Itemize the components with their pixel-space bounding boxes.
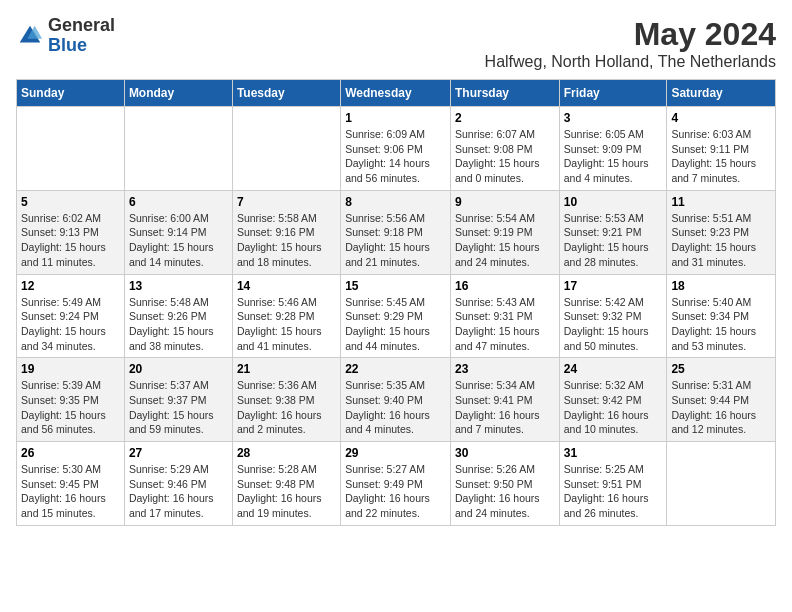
day-info: Sunrise: 5:43 AM Sunset: 9:31 PM Dayligh…: [455, 295, 555, 354]
day-info: Sunrise: 6:09 AM Sunset: 9:06 PM Dayligh…: [345, 127, 446, 186]
calendar-cell: 8Sunrise: 5:56 AM Sunset: 9:18 PM Daylig…: [341, 190, 451, 274]
day-number: 21: [237, 362, 336, 376]
day-info: Sunrise: 5:39 AM Sunset: 9:35 PM Dayligh…: [21, 378, 120, 437]
location-title: Halfweg, North Holland, The Netherlands: [485, 53, 776, 71]
calendar-cell: 29Sunrise: 5:27 AM Sunset: 9:49 PM Dayli…: [341, 442, 451, 526]
column-header-sunday: Sunday: [17, 80, 125, 107]
day-info: Sunrise: 5:30 AM Sunset: 9:45 PM Dayligh…: [21, 462, 120, 521]
calendar-cell: 16Sunrise: 5:43 AM Sunset: 9:31 PM Dayli…: [450, 274, 559, 358]
day-info: Sunrise: 5:26 AM Sunset: 9:50 PM Dayligh…: [455, 462, 555, 521]
calendar-cell: [232, 107, 340, 191]
calendar-week-row: 12Sunrise: 5:49 AM Sunset: 9:24 PM Dayli…: [17, 274, 776, 358]
day-info: Sunrise: 5:56 AM Sunset: 9:18 PM Dayligh…: [345, 211, 446, 270]
day-number: 6: [129, 195, 228, 209]
day-info: Sunrise: 5:32 AM Sunset: 9:42 PM Dayligh…: [564, 378, 663, 437]
logo-icon: [16, 22, 44, 50]
calendar-cell: 21Sunrise: 5:36 AM Sunset: 9:38 PM Dayli…: [232, 358, 340, 442]
day-info: Sunrise: 6:00 AM Sunset: 9:14 PM Dayligh…: [129, 211, 228, 270]
calendar-week-row: 19Sunrise: 5:39 AM Sunset: 9:35 PM Dayli…: [17, 358, 776, 442]
calendar-cell: [667, 442, 776, 526]
month-title: May 2024: [485, 16, 776, 53]
day-info: Sunrise: 5:40 AM Sunset: 9:34 PM Dayligh…: [671, 295, 771, 354]
day-info: Sunrise: 5:25 AM Sunset: 9:51 PM Dayligh…: [564, 462, 663, 521]
day-number: 23: [455, 362, 555, 376]
day-info: Sunrise: 5:29 AM Sunset: 9:46 PM Dayligh…: [129, 462, 228, 521]
calendar-cell: 5Sunrise: 6:02 AM Sunset: 9:13 PM Daylig…: [17, 190, 125, 274]
calendar-cell: 10Sunrise: 5:53 AM Sunset: 9:21 PM Dayli…: [559, 190, 667, 274]
day-number: 29: [345, 446, 446, 460]
day-number: 5: [21, 195, 120, 209]
column-header-saturday: Saturday: [667, 80, 776, 107]
day-number: 19: [21, 362, 120, 376]
calendar-cell: 31Sunrise: 5:25 AM Sunset: 9:51 PM Dayli…: [559, 442, 667, 526]
calendar-cell: 14Sunrise: 5:46 AM Sunset: 9:28 PM Dayli…: [232, 274, 340, 358]
day-number: 14: [237, 279, 336, 293]
calendar-cell: 11Sunrise: 5:51 AM Sunset: 9:23 PM Dayli…: [667, 190, 776, 274]
day-number: 28: [237, 446, 336, 460]
calendar-cell: 15Sunrise: 5:45 AM Sunset: 9:29 PM Dayli…: [341, 274, 451, 358]
day-info: Sunrise: 5:45 AM Sunset: 9:29 PM Dayligh…: [345, 295, 446, 354]
calendar-cell: [124, 107, 232, 191]
calendar-cell: 26Sunrise: 5:30 AM Sunset: 9:45 PM Dayli…: [17, 442, 125, 526]
day-number: 13: [129, 279, 228, 293]
day-number: 31: [564, 446, 663, 460]
day-number: 25: [671, 362, 771, 376]
calendar-cell: 27Sunrise: 5:29 AM Sunset: 9:46 PM Dayli…: [124, 442, 232, 526]
column-header-monday: Monday: [124, 80, 232, 107]
day-info: Sunrise: 6:05 AM Sunset: 9:09 PM Dayligh…: [564, 127, 663, 186]
calendar-cell: 19Sunrise: 5:39 AM Sunset: 9:35 PM Dayli…: [17, 358, 125, 442]
day-info: Sunrise: 5:34 AM Sunset: 9:41 PM Dayligh…: [455, 378, 555, 437]
day-number: 12: [21, 279, 120, 293]
calendar-cell: 1Sunrise: 6:09 AM Sunset: 9:06 PM Daylig…: [341, 107, 451, 191]
logo-general-text: General: [48, 15, 115, 35]
calendar-cell: 17Sunrise: 5:42 AM Sunset: 9:32 PM Dayli…: [559, 274, 667, 358]
day-number: 27: [129, 446, 228, 460]
calendar-cell: 20Sunrise: 5:37 AM Sunset: 9:37 PM Dayli…: [124, 358, 232, 442]
day-number: 8: [345, 195, 446, 209]
day-info: Sunrise: 5:48 AM Sunset: 9:26 PM Dayligh…: [129, 295, 228, 354]
title-block: May 2024 Halfweg, North Holland, The Net…: [485, 16, 776, 71]
day-info: Sunrise: 5:53 AM Sunset: 9:21 PM Dayligh…: [564, 211, 663, 270]
day-number: 20: [129, 362, 228, 376]
calendar-header-row: SundayMondayTuesdayWednesdayThursdayFrid…: [17, 80, 776, 107]
calendar-cell: 3Sunrise: 6:05 AM Sunset: 9:09 PM Daylig…: [559, 107, 667, 191]
calendar-table: SundayMondayTuesdayWednesdayThursdayFrid…: [16, 79, 776, 526]
calendar-cell: 9Sunrise: 5:54 AM Sunset: 9:19 PM Daylig…: [450, 190, 559, 274]
day-number: 24: [564, 362, 663, 376]
calendar-cell: 28Sunrise: 5:28 AM Sunset: 9:48 PM Dayli…: [232, 442, 340, 526]
day-number: 22: [345, 362, 446, 376]
day-info: Sunrise: 6:07 AM Sunset: 9:08 PM Dayligh…: [455, 127, 555, 186]
calendar-cell: 6Sunrise: 6:00 AM Sunset: 9:14 PM Daylig…: [124, 190, 232, 274]
day-info: Sunrise: 5:37 AM Sunset: 9:37 PM Dayligh…: [129, 378, 228, 437]
calendar-cell: 23Sunrise: 5:34 AM Sunset: 9:41 PM Dayli…: [450, 358, 559, 442]
day-info: Sunrise: 5:27 AM Sunset: 9:49 PM Dayligh…: [345, 462, 446, 521]
column-header-friday: Friday: [559, 80, 667, 107]
calendar-cell: [17, 107, 125, 191]
day-info: Sunrise: 5:51 AM Sunset: 9:23 PM Dayligh…: [671, 211, 771, 270]
column-header-thursday: Thursday: [450, 80, 559, 107]
day-number: 7: [237, 195, 336, 209]
day-info: Sunrise: 5:46 AM Sunset: 9:28 PM Dayligh…: [237, 295, 336, 354]
day-info: Sunrise: 6:02 AM Sunset: 9:13 PM Dayligh…: [21, 211, 120, 270]
day-info: Sunrise: 6:03 AM Sunset: 9:11 PM Dayligh…: [671, 127, 771, 186]
calendar-cell: 13Sunrise: 5:48 AM Sunset: 9:26 PM Dayli…: [124, 274, 232, 358]
day-info: Sunrise: 5:36 AM Sunset: 9:38 PM Dayligh…: [237, 378, 336, 437]
calendar-cell: 18Sunrise: 5:40 AM Sunset: 9:34 PM Dayli…: [667, 274, 776, 358]
calendar-week-row: 26Sunrise: 5:30 AM Sunset: 9:45 PM Dayli…: [17, 442, 776, 526]
day-number: 2: [455, 111, 555, 125]
page-header: General Blue May 2024 Halfweg, North Hol…: [16, 16, 776, 71]
day-info: Sunrise: 5:54 AM Sunset: 9:19 PM Dayligh…: [455, 211, 555, 270]
day-number: 17: [564, 279, 663, 293]
day-info: Sunrise: 5:35 AM Sunset: 9:40 PM Dayligh…: [345, 378, 446, 437]
calendar-week-row: 5Sunrise: 6:02 AM Sunset: 9:13 PM Daylig…: [17, 190, 776, 274]
day-info: Sunrise: 5:31 AM Sunset: 9:44 PM Dayligh…: [671, 378, 771, 437]
calendar-cell: 25Sunrise: 5:31 AM Sunset: 9:44 PM Dayli…: [667, 358, 776, 442]
day-info: Sunrise: 5:42 AM Sunset: 9:32 PM Dayligh…: [564, 295, 663, 354]
day-info: Sunrise: 5:49 AM Sunset: 9:24 PM Dayligh…: [21, 295, 120, 354]
day-number: 1: [345, 111, 446, 125]
calendar-cell: 30Sunrise: 5:26 AM Sunset: 9:50 PM Dayli…: [450, 442, 559, 526]
calendar-cell: 12Sunrise: 5:49 AM Sunset: 9:24 PM Dayli…: [17, 274, 125, 358]
day-number: 11: [671, 195, 771, 209]
day-number: 10: [564, 195, 663, 209]
day-info: Sunrise: 5:28 AM Sunset: 9:48 PM Dayligh…: [237, 462, 336, 521]
